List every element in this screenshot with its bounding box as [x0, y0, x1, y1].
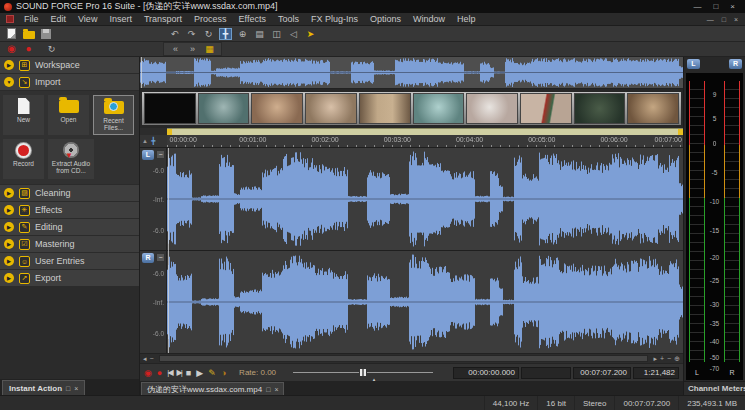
loop-region-bar[interactable] — [167, 128, 683, 135]
menu-tools[interactable]: Tools — [272, 13, 305, 26]
playhead-cursor[interactable] — [168, 148, 169, 353]
import-icon: ↘ — [19, 77, 30, 88]
menu-insert[interactable]: Insert — [103, 13, 138, 26]
zoom-out-icon[interactable]: − — [150, 354, 154, 363]
snapshot-icon[interactable]: ▦ — [203, 43, 216, 55]
sidebar-item-effects[interactable]: ▶ ✳ Effects — [0, 202, 139, 218]
loop-playback-icon[interactable]: ↻ — [45, 43, 58, 55]
menu-file[interactable]: File — [18, 13, 45, 26]
close-icon[interactable]: × — [730, 0, 735, 13]
pointer-tool-icon[interactable]: ➤ — [304, 28, 317, 40]
sidebar-item-export[interactable]: ▶ ↗ Export — [0, 270, 139, 286]
overview-bar[interactable] — [140, 57, 683, 89]
meter-scale-label: -30 — [686, 300, 743, 307]
menu-effects[interactable]: Effects — [233, 13, 272, 26]
record-icon[interactable]: ● — [22, 43, 35, 55]
menu-options[interactable]: Options — [364, 13, 407, 26]
record-remote-button[interactable]: ◉ — [144, 365, 152, 381]
extract-audio-tile-button[interactable]: Extract Audio from CD... — [48, 139, 94, 179]
sidebar-empty-area — [0, 287, 139, 379]
instant-action-tab[interactable]: Instant Action □ × — [2, 380, 85, 395]
new-file-button[interactable] — [5, 28, 18, 40]
menu-transport[interactable]: Transport — [138, 13, 188, 26]
meter-scale-label: -50 — [686, 353, 743, 360]
magnify-tool-icon[interactable]: ⊕ — [236, 28, 249, 40]
record-button[interactable]: ● — [157, 365, 162, 381]
record-tile-button[interactable]: Record — [3, 139, 44, 179]
sidebar-item-workspace[interactable]: ▶ ⊞ Workspace — [0, 57, 139, 73]
overview-waveform-canvas[interactable] — [140, 57, 683, 88]
event-tool-icon[interactable]: ◫ — [270, 28, 283, 40]
go-to-end-icon[interactable]: » — [186, 43, 199, 55]
scroll-left-icon[interactable]: ◂ — [143, 354, 147, 363]
menu-help[interactable]: Help — [451, 13, 482, 26]
mdi-restore-icon[interactable]: □ — [722, 16, 726, 23]
envelope-tool-icon[interactable]: ▤ — [253, 28, 266, 40]
go-to-end-button[interactable]: ▶| — [177, 365, 181, 381]
left-channel-waveform-canvas[interactable] — [167, 148, 683, 250]
close-document-icon[interactable]: × — [274, 386, 278, 393]
float-panel-icon[interactable]: □ — [66, 385, 70, 392]
scroll-right-icon[interactable]: ▸ — [653, 354, 657, 363]
rate-slider-handle[interactable] — [359, 368, 367, 377]
recent-files-tile-button[interactable]: Recent Files... — [93, 95, 134, 135]
new-tile-button[interactable]: New — [3, 95, 44, 135]
menu-fx-plugins[interactable]: FX Plug-Ins — [305, 13, 364, 26]
meter-left-button[interactable]: L — [687, 59, 700, 69]
monitor-icon[interactable]: ◁ — [287, 28, 300, 40]
waveform-display[interactable] — [167, 148, 683, 353]
save-file-button[interactable] — [39, 28, 52, 40]
go-to-start-icon[interactable]: « — [169, 43, 182, 55]
mdi-minimize-icon[interactable]: — — [707, 16, 714, 23]
open-tile-button[interactable]: Open — [48, 95, 89, 135]
play-button[interactable]: ▶ — [196, 365, 203, 381]
redo-icon[interactable]: ↷ — [185, 28, 198, 40]
right-channel-waveform-canvas[interactable] — [167, 251, 683, 353]
mdi-close-icon[interactable]: × — [734, 16, 738, 23]
pan-tool-icon[interactable]: ╋ — [219, 28, 232, 40]
move-icon[interactable]: ╋ — [151, 137, 155, 145]
menu-view[interactable]: View — [72, 13, 103, 26]
stop-button[interactable]: ■ — [186, 365, 191, 381]
minimize-channel-icon[interactable]: − — [156, 150, 165, 159]
open-file-button[interactable] — [22, 28, 35, 40]
rate-slider[interactable]: ▴ — [293, 367, 433, 379]
zoom-tool-icon[interactable]: ⊕ — [674, 354, 680, 363]
horizontal-scrollbar[interactable] — [159, 355, 649, 362]
minimize-channel-icon[interactable]: − — [156, 253, 165, 262]
record-remote-icon[interactable]: ◉ — [5, 43, 18, 55]
left-channel-gutter: L − -6.0 -Inf. -6.0 — [140, 148, 166, 250]
chevron-right-icon: ▶ — [4, 239, 14, 249]
left-channel-button[interactable]: L — [142, 150, 154, 160]
sidebar-item-label: Workspace — [35, 60, 80, 70]
go-to-start-button[interactable]: |◀ — [167, 365, 171, 381]
menu-process[interactable]: Process — [188, 13, 233, 26]
time-ruler[interactable]: 00:00:00 00:01:00 00:02:00 00:03:00 00:0… — [167, 135, 683, 147]
sidebar-item-cleaning[interactable]: ▶ ▨ Cleaning — [0, 185, 139, 201]
right-channel-button[interactable]: R — [142, 253, 154, 263]
meter-right-button[interactable]: R — [729, 59, 742, 69]
menu-window[interactable]: Window — [407, 13, 451, 26]
menu-edit[interactable]: Edit — [45, 13, 73, 26]
repeat-icon[interactable]: ↻ — [202, 28, 215, 40]
close-panel-icon[interactable]: × — [74, 385, 78, 392]
sidebar-item-label: Export — [35, 273, 61, 283]
sidebar-item-import[interactable]: ▼ ↘ Import — [0, 74, 139, 90]
undo-icon[interactable]: ↶ — [168, 28, 181, 40]
restore-icon[interactable]: □ — [713, 0, 718, 13]
eject-icon[interactable]: ▲ — [142, 138, 148, 144]
meter-panel-footer[interactable]: Channel Meters □ — [684, 381, 745, 395]
sidebar-item-user-entries[interactable]: ▶ ☺ User Entries — [0, 253, 139, 269]
sidebar-item-editing[interactable]: ▶ ✎ Editing — [0, 219, 139, 235]
mastering-icon: ☑ — [19, 239, 30, 250]
video-strip[interactable] — [140, 89, 683, 128]
save-icon — [41, 29, 51, 39]
document-tab[interactable]: 伪递的安详www.ssdax.com.mp4 □ × — [141, 382, 284, 395]
edit-tool-button[interactable]: ✎ — [208, 365, 216, 381]
sidebar-item-mastering[interactable]: ▶ ☑ Mastering — [0, 236, 139, 252]
loop-playback-button[interactable]: ◑ — [221, 365, 226, 381]
minimize-icon[interactable]: — — [693, 0, 701, 13]
zoom-out-icon[interactable]: − — [667, 354, 671, 363]
zoom-in-icon[interactable]: + — [660, 354, 664, 363]
float-window-icon[interactable]: □ — [266, 386, 270, 393]
